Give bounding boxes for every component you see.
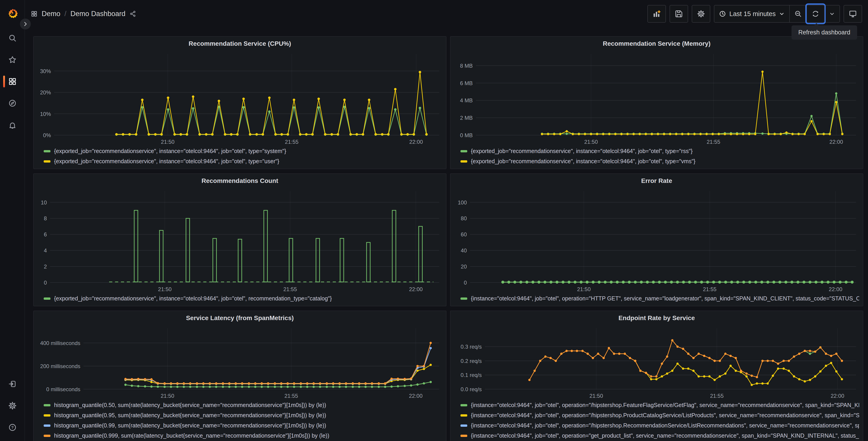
breadcrumb: Demo / Demo Dashboard	[31, 10, 136, 18]
share-alt-icon[interactable]	[129, 10, 136, 17]
panel-legend: {exported_job="recommendationservice", i…	[451, 146, 863, 169]
time-range-label: Last 15 minutes	[729, 10, 776, 18]
svg-text:21:50: 21:50	[584, 139, 598, 145]
dashboard-settings-button[interactable]	[692, 5, 710, 23]
refresh-dashboard-button[interactable]	[806, 5, 824, 22]
search-icon	[8, 34, 17, 42]
series-color-swatch	[461, 404, 467, 406]
save-dashboard-button[interactable]	[670, 5, 688, 23]
svg-text:6 MB: 6 MB	[460, 80, 473, 86]
svg-text:30%: 30%	[40, 68, 51, 74]
svg-text:21:55: 21:55	[284, 393, 298, 399]
svg-text:2: 2	[44, 264, 47, 270]
series-color-swatch	[461, 297, 467, 300]
zoom-out-button[interactable]	[789, 5, 806, 22]
panel-title[interactable]: Service Latency (from SpanMetrics)	[34, 311, 446, 325]
sidebar-item-starred[interactable]	[0, 49, 25, 70]
legend-item[interactable]: {instance="otelcol:9464", job="otel", op…	[461, 293, 859, 303]
chevron-right-icon	[22, 21, 28, 27]
legend-item[interactable]: {instance="otelcol:9464", job="otel", op…	[461, 431, 859, 441]
legend-item[interactable]: {exported_job="recommendationservice", i…	[461, 146, 859, 156]
svg-text:0.0 req/s: 0.0 req/s	[461, 386, 482, 392]
sidebar-item-help[interactable]: ?	[0, 416, 25, 438]
panel-legend: {instance="otelcol:9464", job="otel", op…	[451, 400, 863, 441]
sidebar-item-alerting[interactable]	[0, 114, 25, 136]
legend-label: {exported_job="recommendationservice", i…	[471, 148, 693, 154]
legend-label: histogram_quantile(0.95, sum(rate(latenc…	[54, 412, 326, 419]
svg-text:8: 8	[44, 215, 47, 222]
timeseries-chart[interactable]: 0 milliseconds200 milliseconds400 millis…	[36, 325, 443, 400]
legend-item[interactable]: {instance="otelcol:9464", job="otel", op…	[461, 420, 859, 431]
svg-text:0: 0	[44, 280, 47, 286]
refresh-interval-dropdown[interactable]	[824, 5, 839, 22]
svg-text:22:00: 22:00	[831, 393, 844, 399]
svg-text:200 milliseconds: 200 milliseconds	[40, 363, 80, 369]
add-panel-button[interactable]	[647, 5, 666, 23]
legend-item[interactable]: histogram_quantile(0.50, sum(rate(latenc…	[44, 400, 442, 410]
series-color-swatch	[461, 150, 467, 152]
svg-text:21:55: 21:55	[707, 139, 720, 145]
svg-text:?: ?	[11, 425, 14, 430]
timeseries-chart[interactable]: 0%10%20%30%21:5021:5522:00	[36, 51, 443, 146]
timeseries-chart[interactable]: 024681021:5021:5522:00	[36, 188, 443, 293]
series-color-swatch	[44, 424, 51, 427]
sidebar-item-explore[interactable]	[0, 92, 25, 114]
sidebar-expand-button[interactable]	[20, 19, 31, 29]
apps-icon	[31, 10, 37, 17]
legend-item[interactable]: {exported_job="recommendationservice", i…	[44, 293, 442, 303]
panel-legend: {exported_job="recommendationservice", i…	[34, 146, 446, 169]
svg-text:21:50: 21:50	[589, 393, 603, 399]
sidebar-item-dashboards[interactable]	[0, 70, 25, 92]
breadcrumb-separator: /	[64, 10, 66, 18]
timeseries-chart[interactable]: 0 MB2 MB4 MB6 MB8 MB21:5021:5522:00	[453, 51, 860, 146]
dashboard-toolbar: Last 15 minutes	[647, 5, 862, 23]
panel-title[interactable]: Endpoint Rate by Service	[451, 311, 863, 325]
legend-item[interactable]: {exported_job="recommendationservice", i…	[44, 156, 442, 167]
svg-text:2 MB: 2 MB	[460, 115, 473, 121]
time-range-picker[interactable]: Last 15 minutes	[714, 5, 789, 22]
panel-error-rate: Error Rate 02040608010021:5021:5522:00 {…	[450, 173, 863, 306]
series-color-swatch	[44, 297, 51, 300]
timeseries-chart[interactable]: 0.0 req/s0.1 req/s0.2 req/s0.3 req/s21:5…	[453, 325, 860, 400]
sidebar: ?	[0, 0, 25, 441]
svg-text:0.3 req/s: 0.3 req/s	[461, 344, 482, 350]
timeseries-chart[interactable]: 02040608010021:5021:5522:00	[453, 188, 860, 293]
svg-text:10: 10	[41, 200, 47, 206]
svg-text:21:55: 21:55	[285, 139, 299, 145]
sidebar-item-search[interactable]	[0, 27, 25, 49]
svg-text:0: 0	[464, 280, 467, 286]
sidebar-item-signin[interactable]	[0, 373, 25, 395]
svg-text:21:55: 21:55	[703, 286, 716, 292]
legend-item[interactable]: {instance="otelcol:9464", job="otel", op…	[461, 410, 859, 420]
gear-icon	[697, 10, 705, 18]
refresh-tooltip: Refresh dashboard	[792, 25, 857, 40]
legend-item[interactable]: {exported_job="recommendationservice", i…	[44, 146, 442, 156]
svg-text:40: 40	[461, 247, 467, 254]
series-color-swatch	[44, 404, 51, 406]
svg-text:0%: 0%	[43, 132, 51, 138]
legend-label: {exported_job="recommendationservice", i…	[54, 148, 286, 154]
legend-item[interactable]: {exported_job="recommendationservice", i…	[461, 156, 859, 167]
svg-text:10%: 10%	[40, 111, 51, 117]
panel-title[interactable]: Recommendations Count	[34, 174, 446, 188]
panel-recommendation-cpu: Recommendation Service (CPU%) 0%10%20%30…	[33, 36, 446, 169]
panel-endpoint-rate: Endpoint Rate by Service 0.0 req/s0.1 re…	[450, 311, 863, 441]
top-bar: Demo / Demo Dashboard	[25, 0, 868, 28]
time-controls-group: Last 15 minutes	[714, 5, 840, 23]
cycle-view-mode-button[interactable]	[843, 5, 862, 23]
svg-text:22:00: 22:00	[409, 286, 423, 292]
tooltip-text: Refresh dashboard	[798, 29, 850, 36]
breadcrumb-section[interactable]: Demo	[42, 10, 60, 18]
legend-label: {instance="otelcol:9464", job="otel", op…	[471, 402, 859, 408]
breadcrumb-page[interactable]: Demo Dashboard	[70, 10, 125, 18]
legend-item[interactable]: histogram_quantile(0.999, sum(rate(laten…	[44, 431, 442, 441]
panel-title[interactable]: Recommendation Service (CPU%)	[34, 37, 446, 51]
panel-title[interactable]: Error Rate	[451, 174, 863, 188]
legend-item[interactable]: histogram_quantile(0.99, sum(rate(latenc…	[44, 420, 442, 431]
sidebar-item-configuration[interactable]	[0, 395, 25, 416]
legend-item[interactable]: {instance="otelcol:9464", job="otel", op…	[461, 400, 859, 410]
grafana-logo[interactable]	[7, 8, 18, 19]
legend-item[interactable]: histogram_quantile(0.95, sum(rate(latenc…	[44, 410, 442, 420]
series-color-swatch	[44, 150, 51, 152]
series-color-swatch	[44, 160, 51, 163]
